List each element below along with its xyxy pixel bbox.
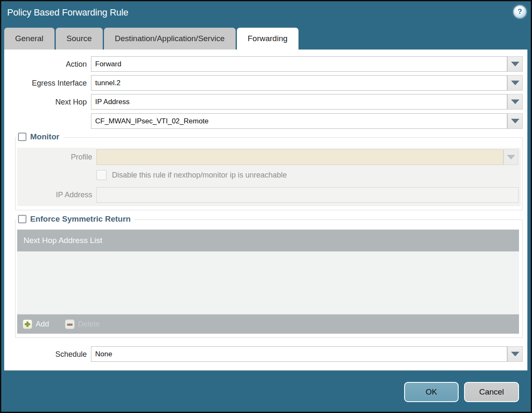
profile-row: Profile	[16, 149, 518, 165]
egress-interface-row: Egress Interface tunnel.2	[4, 75, 523, 91]
content-panel: Action Forward Egress Interface tunnel.2…	[4, 50, 527, 371]
chevron-down-icon	[511, 62, 519, 66]
profile-dropdown-button	[503, 149, 518, 165]
help-icon[interactable]: ?	[514, 6, 526, 18]
next-hop-dropdown-button[interactable]	[507, 94, 523, 110]
table-toolbar: Add Delete	[17, 314, 519, 334]
next-hop-row: Next Hop IP Address	[4, 94, 523, 110]
policy-based-forwarding-dialog: Policy Based Forwarding Rule ? General S…	[0, 0, 532, 413]
schedule-dropdown-button[interactable]	[507, 346, 523, 362]
monitor-title: Monitor	[30, 132, 60, 141]
tab-forwarding[interactable]: Forwarding	[237, 28, 298, 50]
add-button[interactable]: Add	[23, 319, 49, 329]
disable-rule-checkbox	[96, 170, 106, 180]
ip-address-input	[96, 187, 519, 203]
chevron-down-icon	[511, 81, 519, 85]
add-button-label: Add	[36, 320, 49, 329]
symmetric-return-section: Enforce Symmetric Return Next Hop Addres…	[15, 220, 523, 338]
tab-source[interactable]: Source	[56, 28, 103, 50]
next-hop-type-combo[interactable]: IP Address	[91, 94, 507, 110]
symmetric-return-title: Enforce Symmetric Return	[30, 214, 131, 224]
delete-button-label: Delete	[78, 320, 100, 329]
monitor-checkbox[interactable]	[18, 133, 26, 141]
disable-rule-label: Disable this rule if nexthop/monitor ip …	[112, 171, 287, 180]
profile-label: Profile	[16, 149, 92, 165]
schedule-row: Schedule None	[4, 346, 523, 362]
tab-destination-application-service[interactable]: Destination/Application/Service	[104, 28, 236, 50]
ok-button[interactable]: OK	[404, 382, 459, 402]
egress-interface-combo[interactable]: tunnel.2	[91, 75, 507, 91]
next-hop-address-combo[interactable]: CF_MWAN_IPsec_VTI_02_Remote	[91, 113, 507, 129]
monitor-legend: Monitor	[16, 132, 63, 141]
egress-interface-label: Egress Interface	[4, 76, 87, 91]
chevron-down-icon	[511, 352, 519, 356]
next-hop-address-row: CF_MWAN_IPsec_VTI_02_Remote	[4, 113, 523, 129]
tab-general[interactable]: General	[4, 28, 54, 50]
chevron-down-icon	[507, 155, 515, 159]
delete-button: Delete	[65, 319, 100, 329]
chevron-down-icon	[511, 119, 519, 123]
monitor-section: Monitor Profile Disable this rule if nex…	[15, 137, 523, 210]
profile-combo	[96, 149, 503, 165]
table-body	[17, 251, 519, 314]
next-hop-address-dropdown-button[interactable]	[507, 113, 523, 129]
action-label: Action	[4, 57, 87, 72]
table-header-next-hop-address-list: Next Hop Address List	[17, 230, 519, 251]
action-row: Action Forward	[4, 56, 523, 72]
symmetric-return-legend: Enforce Symmetric Return	[16, 214, 135, 224]
page-title: Policy Based Forwarding Rule	[7, 7, 128, 18]
symmetric-return-checkbox[interactable]	[18, 215, 26, 223]
plus-icon	[23, 319, 32, 329]
minus-icon	[65, 319, 75, 329]
cancel-button[interactable]: Cancel	[464, 382, 519, 402]
action-combo[interactable]: Forward	[91, 56, 507, 72]
next-hop-label: Next Hop	[4, 94, 87, 110]
disable-rule-row: Disable this rule if nexthop/monitor ip …	[96, 170, 287, 180]
next-hop-address-list-table: Next Hop Address List Add Delete	[17, 230, 519, 334]
tab-bar: General Source Destination/Application/S…	[4, 28, 298, 50]
schedule-combo[interactable]: None	[91, 346, 507, 362]
schedule-label: Schedule	[4, 347, 87, 362]
action-dropdown-button[interactable]	[507, 56, 523, 72]
monitor-ip-row: IP Address	[16, 187, 519, 203]
egress-interface-dropdown-button[interactable]	[507, 75, 523, 91]
chevron-down-icon	[511, 99, 519, 104]
ip-address-label: IP Address	[16, 187, 92, 203]
